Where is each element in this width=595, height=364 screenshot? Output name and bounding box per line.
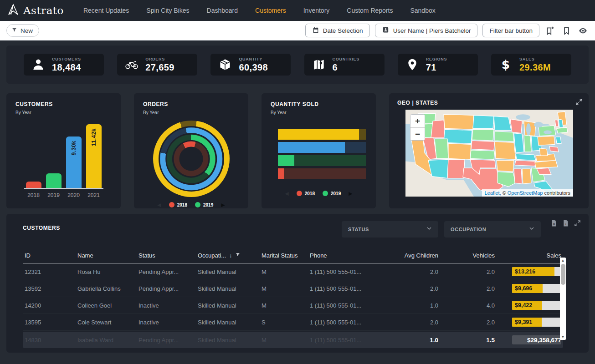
legend-item-2019[interactable]: 2019	[323, 191, 341, 196]
orders-donut[interactable]	[153, 121, 230, 197]
scrollbar-thumb[interactable]	[561, 264, 565, 285]
map-zoom-in-button[interactable]: +	[410, 115, 425, 127]
table-row[interactable]: 12321Rosa HuPending Appr...Skilled Manua…	[23, 263, 563, 280]
openstreetmap-link[interactable]: OpenStreetMap	[508, 190, 543, 196]
table-row[interactable]: 14200Colleen GoelInactiveSkilled ManualM…	[23, 297, 563, 314]
cell-marital: M	[260, 280, 308, 297]
column-header-vehicles[interactable]: Vehicles	[440, 249, 497, 263]
column-header-avg-children[interactable]: Avg Children	[388, 249, 440, 263]
legend-label: 2019	[203, 202, 213, 207]
export-excel-icon[interactable]: x	[550, 219, 558, 229]
legend-prev-arrow[interactable]: ◀	[285, 191, 288, 196]
kpi-tile-regions[interactable]: REGIONS71	[398, 54, 478, 76]
filter-bar-button[interactable]: Filter bar button	[482, 24, 539, 37]
legend-item-2019[interactable]: 2019	[195, 202, 213, 207]
column-header-label: Status	[138, 252, 155, 259]
column-header-label: Phone	[310, 252, 327, 259]
column-funnel-icon[interactable]	[235, 252, 241, 259]
legend-prev-arrow[interactable]: ◀	[157, 202, 161, 207]
donut-hole	[159, 126, 224, 192]
table-body: 12321Rosa HuPending Appr...Skilled Manua…	[23, 263, 563, 331]
bookmark-add-icon[interactable]	[544, 25, 556, 36]
cell-vehicles: 2.0	[440, 314, 497, 330]
map-zoom-out-button[interactable]: −	[410, 127, 425, 140]
table-row[interactable]: 13592Gabriella CollinsPending Appr...Ski…	[23, 280, 563, 297]
kpi-label: ORDERS	[145, 57, 174, 61]
nav-item-dashboard[interactable]: Dashboard	[198, 0, 247, 21]
quantity-bar-plot[interactable]	[278, 129, 366, 179]
svg-text:,: ,	[565, 221, 567, 225]
customers-table: IDNameStatusOccupati...↓Marital StatusPh…	[23, 249, 563, 348]
cell-phone: 1 (11) 500 555-01...	[308, 314, 388, 330]
scrollbar-up-arrow[interactable]: ▲	[560, 258, 566, 263]
package-icon	[218, 58, 232, 71]
nav-item-inventory[interactable]: Inventory	[295, 0, 339, 21]
legend-next-arrow[interactable]: ▶	[349, 191, 352, 196]
nav-item-recent-updates[interactable]: Recent Updates	[75, 0, 138, 21]
column-header-id[interactable]: ID	[23, 249, 76, 263]
calendar-icon	[312, 26, 319, 35]
export-csv-icon[interactable]: ,	[562, 219, 569, 229]
legend-next-arrow[interactable]: ▶	[221, 202, 225, 207]
quantity-chart-title: QUANTITY SOLD	[271, 101, 367, 107]
hbar-2018	[278, 168, 366, 179]
new-filter-chip[interactable]: New	[6, 24, 39, 37]
legend-dot	[169, 202, 174, 207]
legend-item-2018[interactable]: 2018	[169, 202, 187, 207]
totals-empty	[308, 332, 388, 348]
cell-status: Inactive	[137, 297, 196, 313]
column-header-phone[interactable]: Phone	[308, 249, 388, 263]
svg-text:$: $	[502, 58, 510, 71]
sales-bar-value: $9,422	[515, 302, 532, 308]
bookmark-icon[interactable]	[561, 25, 572, 36]
hbar-2020	[278, 142, 366, 153]
status-filter-select[interactable]: STATUS	[342, 221, 438, 238]
eye-icon[interactable]	[577, 25, 589, 36]
legend-item-2018[interactable]: 2018	[297, 191, 315, 196]
leaflet-link[interactable]: Leaflet	[485, 190, 500, 196]
kpi-tile-sales[interactable]: $SALES29.36M	[491, 54, 571, 76]
date-selection-button[interactable]: Date Selection	[305, 24, 370, 37]
scrollbar-down-arrow[interactable]: ▼	[560, 335, 566, 339]
column-header-occupati[interactable]: Occupati...↓	[196, 249, 260, 263]
kpi-tile-customers[interactable]: CUSTOMERS18,484	[24, 54, 104, 76]
column-header-sales[interactable]: Sales	[497, 249, 563, 263]
x-tick-2018: 2018	[26, 192, 41, 198]
table-row[interactable]: 13595Cole StewartInactiveSkilled ManualS…	[23, 314, 563, 331]
geo-map[interactable]: + − Leaflet, © OpenStreetMap contributor…	[405, 110, 573, 197]
user-badge-icon	[382, 26, 390, 35]
column-header-name[interactable]: Name	[76, 249, 137, 263]
column-header-marital-status[interactable]: Marital Status	[260, 249, 308, 263]
orders-legend: ◀20182019▶	[143, 202, 239, 207]
sales-data-bar: $9,696	[512, 284, 561, 293]
sort-desc-icon[interactable]: ↓	[229, 253, 232, 259]
expand-icon[interactable]	[574, 219, 581, 229]
user-button[interactable]: User Name | Piers Batchelor	[375, 24, 478, 37]
kpi-tile-orders[interactable]: ORDERS27,659	[117, 54, 197, 76]
totals-empty	[76, 332, 137, 348]
brand-logo[interactable]: Astrato	[7, 3, 64, 18]
totals-empty	[260, 332, 308, 348]
cell-status: Inactive	[137, 314, 196, 330]
kpi-tile-quantity[interactable]: QUANTITY60,398	[210, 54, 291, 76]
new-chip-label: New	[21, 27, 33, 34]
sales-data-bar: $13,216	[512, 267, 561, 276]
nav-item-custom-reports[interactable]: Custom Reports	[338, 0, 401, 21]
chevron-down-icon	[528, 225, 535, 234]
occupation-filter-select[interactable]: OCCUPATION	[444, 221, 541, 238]
cell-vehicles: 2.0	[440, 263, 497, 280]
kpi-text: ORDERS27,659	[145, 57, 174, 73]
cell-status: Pending Appr...	[137, 263, 196, 280]
table-scrollbar[interactable]: ▲ ▼	[560, 258, 566, 340]
column-header-status[interactable]: Status	[137, 249, 196, 263]
expand-icon[interactable]	[575, 98, 583, 108]
nav-item-customers[interactable]: Customers	[246, 0, 295, 21]
kpi-tile-countries[interactable]: COUNTRIES6	[304, 54, 385, 76]
sales-bar-value: $9,696	[515, 285, 532, 292]
x-tick-2019: 2019	[46, 192, 62, 198]
customers-bar-plot[interactable]: 9.30k11.42k	[24, 125, 103, 189]
nav-item-sandbox[interactable]: Sandbox	[401, 0, 444, 21]
hbar-2019	[278, 155, 366, 166]
hbar-fill-2018	[278, 168, 284, 179]
nav-item-spin-city-bikes[interactable]: Spin City Bikes	[138, 0, 198, 21]
